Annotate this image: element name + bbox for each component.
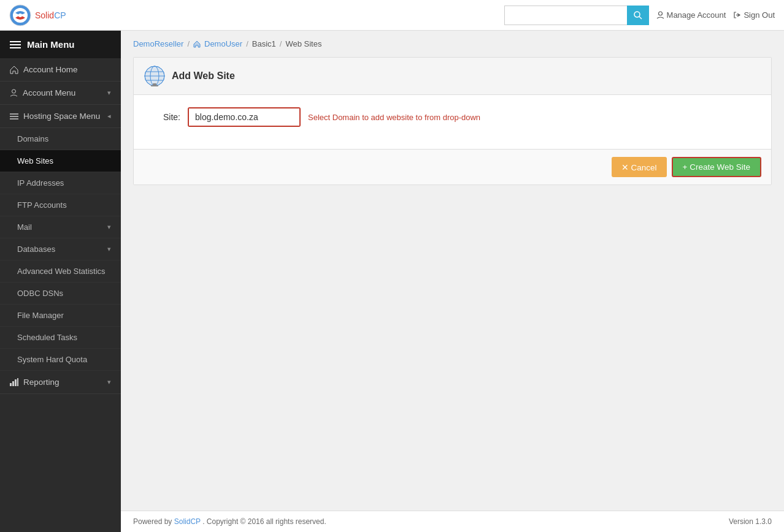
search-button[interactable] [627, 6, 649, 25]
hosting-icon [10, 113, 18, 120]
sidebar-item-ip-addresses[interactable]: IP Addresses [0, 172, 121, 194]
reporting-chevron: ▾ [107, 378, 111, 386]
sidebar-item-account-menu[interactable]: Account Menu ▾ [0, 82, 121, 105]
site-label: Site: [144, 112, 180, 122]
mail-chevron: ▾ [107, 223, 111, 231]
home-icon [10, 66, 18, 74]
sidebar-item-reporting[interactable]: Reporting ▾ [0, 371, 121, 394]
page-title: Add Web Site [172, 70, 235, 82]
site-hint: Select Domain to add website to from dro… [308, 113, 480, 122]
breadcrumb-web-sites: Web Sites [285, 39, 321, 48]
sidebar-item-advanced-web-statistics[interactable]: Advanced Web Statistics [0, 260, 121, 283]
hosting-space-menu-chevron: ◂ [107, 112, 111, 120]
form-row-site: Site: Select Domain to add website to fr… [144, 107, 761, 127]
sidebar-item-mail[interactable]: Mail ▾ [0, 216, 121, 238]
search-box [504, 6, 649, 25]
sidebar-item-databases[interactable]: Databases ▾ [0, 238, 121, 260]
create-web-site-button[interactable]: + Create Web Site [672, 157, 761, 177]
breadcrumb-demo-reseller[interactable]: DemoReseller [133, 39, 183, 48]
site-input[interactable] [189, 108, 299, 126]
reporting-icon [10, 378, 18, 386]
svg-point-10 [12, 89, 16, 93]
content-area: DemoReseller / DemoUser / Basic1 / Web S… [121, 31, 784, 532]
svg-line-4 [639, 17, 642, 19]
databases-chevron: ▾ [107, 245, 111, 253]
svg-rect-17 [17, 378, 18, 386]
cancel-button[interactable]: ✕ Cancel [612, 157, 667, 177]
sidebar-item-web-sites[interactable]: Web Sites [0, 150, 121, 172]
site-input-wrapper [188, 107, 301, 127]
sidebar-item-scheduled-tasks[interactable]: Scheduled Tasks [0, 327, 121, 349]
logo-area: SolidCP [9, 4, 66, 26]
header-right: Manage Account Sign Out [504, 6, 775, 25]
page-card-body: Site: Select Domain to add website to fr… [134, 95, 771, 149]
account-icon [10, 89, 18, 97]
svg-rect-14 [10, 383, 12, 386]
top-header: SolidCP Manage Account [0, 0, 784, 31]
sidebar-item-hosting-space-menu[interactable]: Hosting Space Menu ◂ [0, 105, 121, 128]
menu-icon [10, 40, 21, 49]
breadcrumb-demo-user[interactable]: DemoUser [204, 39, 242, 48]
footer-brand-link[interactable]: SolidCP [174, 517, 201, 526]
sign-out-link[interactable]: Sign Out [733, 10, 775, 20]
logo-icon [9, 4, 31, 26]
svg-rect-25 [151, 85, 158, 86]
sidebar-item-account-home[interactable]: Account Home [0, 58, 121, 82]
main-layout: Main Menu Account Home Account Menu ▾ [0, 31, 784, 532]
sidebar: Main Menu Account Home Account Menu ▾ [0, 31, 121, 532]
sidebar-item-odbc-dsns[interactable]: ODBC DSNs [0, 283, 121, 305]
sidebar-item-file-manager[interactable]: File Manager [0, 305, 121, 327]
search-icon [634, 11, 642, 20]
account-menu-chevron: ▾ [107, 89, 111, 97]
logo-text: SolidCP [35, 10, 66, 20]
user-icon [656, 11, 664, 19]
svg-point-2 [18, 13, 22, 17]
version-text: Version 1.3.0 [729, 517, 772, 526]
main-menu-header[interactable]: Main Menu [0, 31, 121, 58]
search-input[interactable] [504, 6, 627, 25]
footer: Powered by SolidCP . Copyright © 2016 al… [121, 511, 784, 532]
svg-rect-15 [12, 381, 14, 386]
footer-text: Powered by SolidCP . Copyright © 2016 al… [133, 517, 326, 526]
action-bar: ✕ Cancel + Create Web Site [134, 149, 771, 184]
page-card: Add Web Site Site: Select Domain to add … [133, 57, 772, 185]
home-breadcrumb-icon [193, 40, 201, 48]
page-card-header: Add Web Site [134, 58, 771, 95]
svg-rect-24 [153, 83, 156, 85]
breadcrumb: DemoReseller / DemoUser / Basic1 / Web S… [121, 31, 784, 57]
svg-point-3 [634, 12, 640, 17]
breadcrumb-basic1: Basic1 [252, 39, 276, 48]
website-icon [144, 65, 166, 87]
sidebar-item-system-hard-quota[interactable]: System Hard Quota [0, 349, 121, 371]
manage-account-link[interactable]: Manage Account [656, 10, 726, 20]
sign-out-icon [733, 11, 741, 19]
sidebar-item-domains[interactable]: Domains [0, 128, 121, 150]
svg-point-5 [658, 12, 662, 15]
sidebar-item-ftp-accounts[interactable]: FTP Accounts [0, 194, 121, 216]
svg-rect-16 [15, 379, 17, 386]
